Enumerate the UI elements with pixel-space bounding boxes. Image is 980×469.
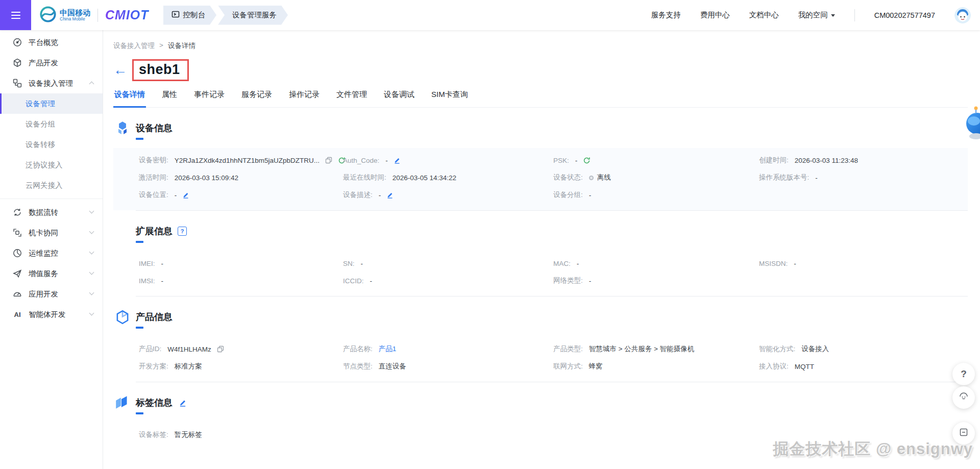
help-fab-button[interactable]: ? [952,363,975,385]
tab-device-details[interactable]: 设备详情 [113,88,146,108]
field-device-secret: 设备密钥: Y2RJa1ZXdk4zd1hhNTZ1bm5jaUZpbDZTRU… [139,155,343,165]
chevron-down-icon [89,250,94,255]
section-divider [136,296,968,297]
edit-icon[interactable] [386,191,394,199]
nav-doc-center[interactable]: 文档中心 [749,10,779,20]
vas-icon [13,269,22,278]
page-title: sheb1 [139,62,180,77]
chevron-down-icon [89,290,94,295]
tab-bar: 设备详情 属性 事件记录 服务记录 操作记录 文件管理 设备调试 SIM卡查询 [113,88,968,108]
sidebar-item-device-access-management[interactable]: 设备接入管理 [0,73,103,93]
caret-down-icon [831,14,835,17]
help-icon[interactable]: ? [178,227,187,236]
field-imei: IMEI: - [139,258,343,268]
section-title-underline [136,241,143,243]
sidebar-item-device-management[interactable]: 设备管理 [0,93,103,114]
field-iccid: ICCID: - [343,276,553,286]
section-title: 产品信息 [136,311,173,323]
chevron-up-icon [89,82,94,87]
sidebar-divider [0,199,103,199]
field-intelligence-mode: 智能化方式: 设备接入 [759,344,968,354]
chevron-down-icon [89,311,94,316]
console-icon [172,10,180,20]
extended-info-fields: IMEI: - SN: - MAC: - MSISDN: - IMSI: - I… [113,251,968,296]
field-msisdn: MSISDN: - [759,258,968,268]
field-node-type: 节点类型: 直连设备 [343,361,553,372]
field-device-location: 设备位置: - [139,190,343,200]
edit-icon[interactable] [182,191,189,199]
refresh-icon[interactable] [583,157,591,164]
product-info-section-header: 产品信息 [113,311,968,329]
field-psk: PSK: - [553,155,759,165]
copy-icon[interactable] [325,157,332,164]
my-space-dropdown[interactable]: 我的空间 [798,10,835,20]
ai-icon: AI [13,311,22,318]
sidebar-item-value-added-services[interactable]: 增值服务 [0,263,103,284]
sidebar-item-product-development[interactable]: 产品开发 [0,53,103,73]
field-product-id: 产品ID: W4f1HLHAMz [139,344,343,354]
sidebar-item-ai-agent-development[interactable]: AI 智能体开发 [0,304,103,325]
annotation-red-box: sheb1 [132,59,189,81]
account-id: CM002027577497 [874,11,935,19]
device-info-icon [114,120,131,137]
chevron-down-icon [89,270,94,275]
breadcrumb-parent[interactable]: 设备接入管理 [113,41,155,51]
section-title-underline [136,412,143,414]
field-network-type: 网络类型: - [553,276,759,286]
section-title: 标签信息 [136,397,173,409]
field-device-status: 设备状态: 离线 [553,172,759,183]
field-dev-plan: 开发方案: 标准方案 [139,361,343,372]
cmiot-logo: CMIOT [105,8,149,22]
edit-icon[interactable] [179,399,187,407]
section-divider [136,210,968,211]
tab-operation-records[interactable]: 操作记录 [288,88,321,108]
device-management-service-tab[interactable]: 设备管理服务 [218,6,288,25]
section-divider [136,382,968,382]
device-info-section-header: 设备信息 [113,122,968,140]
field-network-mode: 联网方式: 蜂窝 [553,361,759,372]
breadcrumb: 设备接入管理 > 设备详情 [113,30,968,51]
sidebar-item-sim-collaboration[interactable]: 机卡协同 [0,223,103,243]
assistant-robot-mascot[interactable] [961,104,980,144]
brand-divider [97,9,98,22]
hamburger-menu-button[interactable] [0,0,31,30]
console-breadcrumb-tabs: 控制台 设备管理服务 [163,6,288,25]
sidebar-item-cloud-gateway-access[interactable]: 云网关接入 [0,175,103,195]
tab-file-management[interactable]: 文件管理 [335,88,368,108]
sidebar-item-platform-overview[interactable]: 平台概览 [0,32,103,53]
sim-collab-icon [13,228,22,237]
sidebar-item-ops-monitoring[interactable]: 运维监控 [0,243,103,263]
tab-sim-query[interactable]: SIM卡查询 [430,88,469,108]
nav-billing-center[interactable]: 费用中心 [700,10,730,20]
field-access-protocol: 接入协议: MQTT [759,361,968,372]
data-flow-icon [13,208,22,217]
nav-service-support[interactable]: 服务支持 [651,10,681,20]
field-created-time: 创建时间: 2026-03-03 11:23:48 [759,155,968,165]
console-tab[interactable]: 控制台 [163,6,217,25]
customer-service-icon [959,391,969,404]
product-name-link[interactable]: 产品1 [379,344,397,354]
china-mobile-wordmark: 中国移动 China Mobile [60,9,90,21]
overview-icon [13,38,22,47]
tab-device-debug[interactable]: 设备调试 [383,88,415,108]
field-product-type: 产品类型: 智慧城市 > 公共服务 > 智能摄像机 [553,344,759,354]
device-access-icon [13,79,22,88]
edit-icon[interactable] [394,157,401,164]
tab-service-records[interactable]: 服务记录 [240,88,273,108]
copy-icon[interactable] [217,345,224,353]
sidebar-item-app-development[interactable]: 应用开发 [0,284,103,304]
sidebar-item-data-flow[interactable]: 数据流转 [0,202,103,223]
sidebar-item-device-transfer[interactable]: 设备转移 [0,134,103,155]
tab-properties[interactable]: 属性 [161,88,178,108]
avatar[interactable] [954,7,971,23]
customer-service-fab-button[interactable] [952,386,975,409]
sidebar-item-pan-protocol-access[interactable]: 泛协议接入 [0,155,103,175]
topbar: 中国移动 China Mobile CMIOT 控制台 设备管理服务 服务支持 … [0,0,980,30]
breadcrumb-separator: > [159,41,163,51]
sidebar-item-device-groups[interactable]: 设备分组 [0,114,103,134]
field-imsi: IMSI: - [139,276,343,286]
back-button[interactable]: ← [113,63,127,77]
title-row: ← sheb1 [113,59,968,81]
tab-event-records[interactable]: 事件记录 [193,88,226,108]
field-sn: SN: - [343,258,553,268]
